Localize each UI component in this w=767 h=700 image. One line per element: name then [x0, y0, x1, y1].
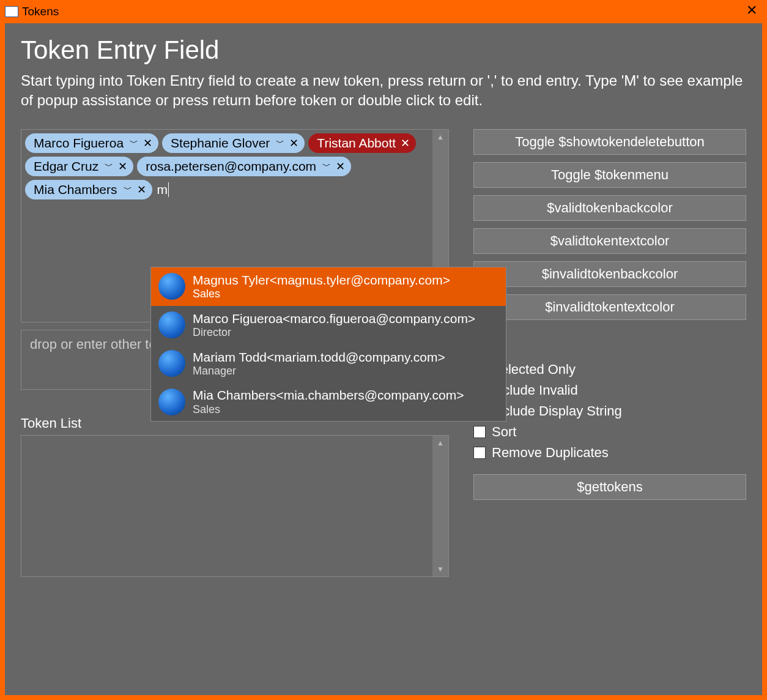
token-entry-input[interactable]: m [156, 180, 169, 199]
token-valid[interactable]: Mia Chambers﹀✕ [25, 180, 152, 199]
option-sort[interactable]: Sort [473, 424, 746, 440]
autocomplete-item[interactable]: Mia Chambers<mia.chambers@company.com>Sa… [151, 382, 506, 421]
autocomplete-popup[interactable]: Magnus Tyler<magnus.tyler@company.com>Sa… [150, 267, 506, 422]
option-include-invalid[interactable]: ✓ Include Invalid [473, 382, 746, 398]
autocomplete-item[interactable]: Mariam Todd<mariam.todd@company.com>Mana… [151, 344, 506, 383]
option-remove-duplicates[interactable]: Remove Duplicates [473, 445, 746, 461]
token-valid[interactable]: Edgar Cruz﹀✕ [25, 157, 133, 176]
invalid-backcolor-button[interactable]: $invalidtokenbackcolor [473, 261, 746, 287]
close-icon[interactable]: ✕ [336, 160, 345, 173]
valid-textcolor-button[interactable]: $validtokentextcolor [473, 228, 746, 254]
autocomplete-item-name: Magnus Tyler<magnus.tyler@company.com> [193, 272, 450, 288]
scrollbar[interactable]: ▲ ▼ [432, 436, 448, 576]
token-label: Marco Figueroa [34, 136, 124, 151]
app-icon [5, 6, 18, 17]
autocomplete-item[interactable]: Marco Figueroa<marco.figueroa@company.co… [151, 306, 506, 344]
titlebar[interactable]: Tokens ✕ [0, 0, 767, 23]
valid-backcolor-button[interactable]: $validtokenbackcolor [473, 195, 746, 221]
close-icon[interactable]: ✕ [118, 160, 127, 173]
close-icon[interactable]: ✕ [401, 136, 410, 150]
autocomplete-item-role: Manager [193, 365, 445, 378]
autocomplete-item-name: Marco Figueroa<marco.figueroa@company.co… [193, 311, 475, 326]
token-valid[interactable]: Stephanie Glover﹀✕ [162, 133, 305, 153]
text-cursor [168, 182, 169, 197]
token-label: Tristan Abbott [317, 136, 396, 151]
option-label: Remove Duplicates [492, 445, 609, 461]
scroll-down-icon[interactable]: ▼ [432, 562, 448, 576]
autocomplete-item[interactable]: Magnus Tyler<magnus.tyler@company.com>Sa… [151, 267, 506, 306]
avatar [158, 350, 185, 377]
token-label: rosa.petersen@company.com [146, 159, 316, 174]
options-panel: Selected Only ✓ Include Invalid Include … [473, 362, 746, 500]
close-icon[interactable]: ✕ [137, 183, 146, 196]
close-icon[interactable]: ✕ [143, 136, 152, 150]
avatar [158, 389, 185, 415]
token-invalid[interactable]: Tristan Abbott✕ [308, 133, 416, 153]
chevron-down-icon[interactable]: ﹀ [105, 161, 113, 172]
content-area: Token Entry Field Start typing into Toke… [5, 23, 762, 695]
token-valid[interactable]: rosa.petersen@company.com﹀✕ [137, 157, 351, 176]
chevron-down-icon[interactable]: ﹀ [130, 138, 138, 149]
checkbox[interactable] [473, 447, 486, 459]
close-icon[interactable]: ✕ [746, 4, 757, 17]
token-label: Mia Chambers [34, 182, 117, 197]
page-description: Start typing into Token Entry field to c… [21, 71, 746, 111]
chevron-down-icon[interactable]: ﹀ [276, 138, 284, 149]
autocomplete-item-name: Mia Chambers<mia.chambers@company.com> [193, 387, 464, 403]
close-icon[interactable]: ✕ [289, 136, 298, 150]
avatar [158, 311, 185, 338]
option-selected-only[interactable]: Selected Only [473, 362, 746, 378]
scroll-up-icon[interactable]: ▲ [432, 130, 448, 144]
window-title: Tokens [22, 5, 59, 18]
token-label: Edgar Cruz [34, 159, 98, 174]
option-label: Include Display String [492, 403, 622, 419]
gettokens-button[interactable]: $gettokens [473, 474, 746, 500]
token-valid[interactable]: Marco Figueroa﹀✕ [25, 133, 158, 153]
scroll-up-icon[interactable]: ▲ [432, 436, 448, 450]
toggle-delete-button[interactable]: Toggle $showtokendeletebutton [473, 129, 746, 155]
autocomplete-item-name: Mariam Todd<mariam.todd@company.com> [193, 349, 445, 365]
checkbox[interactable] [473, 426, 486, 438]
toggle-menu-button[interactable]: Toggle $tokenmenu [473, 162, 746, 188]
page-title: Token Entry Field [21, 35, 746, 65]
option-include-display-string[interactable]: Include Display String [473, 403, 746, 419]
invalid-textcolor-button[interactable]: $invalidtokentextcolor [473, 294, 746, 320]
chevron-down-icon[interactable]: ﹀ [322, 161, 331, 172]
window-frame: Tokens ✕ Token Entry Field Start typing … [0, 0, 767, 700]
token-label: Stephanie Glover [171, 136, 270, 151]
autocomplete-item-role: Director [193, 326, 475, 340]
token-list-area[interactable]: ▲ ▼ [21, 435, 449, 577]
autocomplete-item-role: Sales [193, 403, 464, 417]
avatar [158, 273, 185, 300]
chevron-down-icon[interactable]: ﹀ [124, 184, 132, 195]
option-label: Sort [492, 424, 516, 440]
autocomplete-item-role: Sales [193, 288, 450, 301]
